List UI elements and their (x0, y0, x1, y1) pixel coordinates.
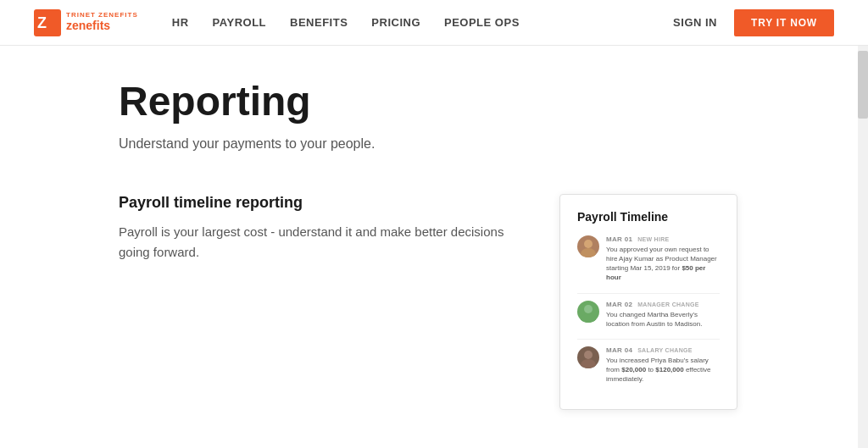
payroll-timeline-card: Payroll Timeline MAR 01 NEW HIRE You app… (559, 194, 737, 411)
logo-icon: Z (34, 9, 61, 36)
svg-point-5 (581, 313, 596, 323)
nav-payroll[interactable]: PAYROLL (213, 16, 266, 29)
page-subtitle: Understand your payments to your people. (119, 136, 729, 152)
timeline-date: MAR 04 (606, 346, 632, 354)
payroll-timeline-heading: Payroll timeline reporting (119, 194, 526, 212)
avatar (577, 235, 599, 257)
timeline-badge: NEW HIRE (637, 236, 669, 242)
nav-links: HR PAYROLL BENEFITS PRICING PEOPLE OPS (172, 16, 673, 29)
nav-right: SIGN IN TRY IT NOW (673, 9, 834, 36)
payroll-timeline-text: Payroll timeline reporting Payroll is yo… (119, 194, 526, 263)
nav-hr[interactable]: HR (172, 16, 189, 29)
svg-point-6 (584, 351, 593, 359)
svg-text:Z: Z (37, 14, 47, 31)
timeline-badge: SALARY CHANGE (637, 347, 693, 353)
nav-benefits[interactable]: BENEFITS (290, 16, 348, 29)
timeline-item-content: MAR 02 MANAGER CHANGE You changed Martha… (606, 301, 720, 329)
svg-point-3 (581, 248, 596, 257)
scrollbar-thumb[interactable] (858, 51, 868, 119)
try-it-now-button[interactable]: TRY IT NOW (734, 9, 834, 36)
timeline-item: MAR 02 MANAGER CHANGE You changed Martha… (577, 301, 720, 329)
timeline-meta: MAR 04 SALARY CHANGE (606, 346, 720, 354)
svg-point-7 (581, 359, 596, 368)
timeline-date: MAR 01 (606, 235, 632, 243)
timeline-card-title: Payroll Timeline (577, 210, 720, 224)
page-title: Reporting (119, 80, 729, 124)
timeline-text: You approved your own request to hire Aj… (606, 245, 720, 283)
payroll-timeline-section: Payroll timeline reporting Payroll is yo… (119, 194, 729, 411)
timeline-item-content: MAR 04 SALARY CHANGE You increased Priya… (606, 346, 720, 384)
payroll-timeline-desc: Payroll is your largest cost - understan… (119, 222, 526, 263)
sign-in-button[interactable]: SIGN IN (673, 16, 717, 29)
timeline-date: MAR 02 (606, 301, 632, 308)
zenefits-label: zenefits (66, 19, 138, 32)
navigation: Z TriNet Zenefits zenefits HR PAYROLL BE… (0, 0, 868, 46)
nav-pricing[interactable]: PRICING (371, 16, 420, 29)
timeline-divider (577, 339, 720, 340)
main-content: Reporting Understand your payments to yo… (0, 46, 848, 448)
timeline-text: You changed Martha Beverly's location fr… (606, 310, 720, 329)
timeline-item-content: MAR 01 NEW HIRE You approved your own re… (606, 235, 720, 283)
avatar (577, 346, 599, 368)
timeline-text: You increased Priya Babu's salary from $… (606, 356, 720, 384)
timeline-divider (577, 293, 720, 294)
scrollbar[interactable] (858, 0, 868, 448)
timeline-item: MAR 01 NEW HIRE You approved your own re… (577, 235, 720, 283)
timeline-badge: MANAGER CHANGE (637, 301, 699, 307)
timeline-item: MAR 04 SALARY CHANGE You increased Priya… (577, 346, 720, 384)
timeline-meta: MAR 01 NEW HIRE (606, 235, 720, 243)
avatar (577, 301, 599, 323)
nav-people-ops[interactable]: PEOPLE OPS (444, 16, 520, 29)
logo[interactable]: Z TriNet Zenefits zenefits (34, 9, 138, 36)
svg-point-4 (584, 305, 593, 313)
svg-point-2 (584, 240, 593, 248)
timeline-meta: MAR 02 MANAGER CHANGE (606, 301, 720, 308)
